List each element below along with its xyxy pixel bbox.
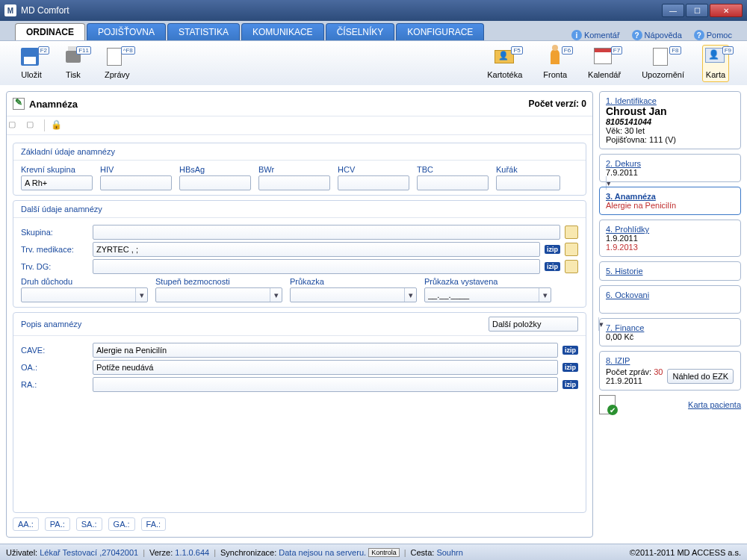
chevron-down-icon[interactable]: ▾ — [404, 288, 416, 302]
tab-ciselniky[interactable]: ČÍSELNÍKY — [326, 23, 395, 40]
cardfile-button[interactable]: F5Kartotéka — [484, 45, 525, 82]
tab-komunikace[interactable]: KOMUNIKACE — [241, 23, 324, 40]
desc-section-title: Popis anamnézy — [21, 320, 81, 329]
status-user[interactable]: Lékař Testovací ,27042001 — [40, 548, 138, 557]
maximize-button[interactable]: ☐ — [686, 4, 708, 17]
queue-button[interactable]: F6Fronta — [540, 45, 570, 82]
tab-pojistovna[interactable]: POJIŠŤOVNA — [87, 23, 166, 40]
chevron-down-icon[interactable]: ▾ — [270, 288, 282, 302]
titlebar: M MD Comfort — ☐ ✕ — [0, 0, 747, 21]
document-check-icon — [599, 395, 616, 414]
smoker-combo[interactable]: ▾ — [496, 175, 560, 190]
identification-link[interactable]: 1. Identifikace — [606, 96, 734, 105]
link-sa[interactable]: SA.: — [76, 517, 102, 531]
help-icon: ? — [632, 30, 642, 40]
edit-icon — [13, 98, 25, 110]
cardissued-combo[interactable]: ▾ — [424, 287, 551, 302]
vaccination-link[interactable]: 6. Ockovani — [606, 290, 734, 299]
patient-age: Věk: 30 let — [606, 126, 734, 135]
tbc-label: TBC — [417, 165, 489, 174]
alert-button[interactable]: F8Upozornění — [639, 45, 687, 82]
hcv-label: HCV — [338, 165, 409, 174]
calendar-icon — [594, 48, 612, 64]
mini-icon-2[interactable]: ▢ — [26, 119, 38, 131]
status-sync[interactable]: Data nejsou na serveru. — [279, 548, 366, 557]
close-button[interactable]: ✕ — [710, 4, 743, 17]
status-path[interactable]: Souhrn — [436, 548, 462, 557]
support-link[interactable]: ?Pomoc — [694, 30, 732, 40]
medication-input[interactable] — [93, 242, 540, 257]
tab-ordinace[interactable]: ORDINACE — [15, 23, 85, 40]
browse-button[interactable] — [565, 260, 578, 273]
browse-button[interactable] — [565, 243, 578, 256]
bottom-links: AA.: PA.: SA.: GA.: FA.: — [13, 517, 586, 531]
izip-msg-count: Počet zpráv: 30 — [606, 367, 663, 376]
status-version[interactable]: 1.1.0.644 — [175, 548, 209, 557]
finance-amount: 0,00 Kč — [606, 332, 734, 341]
browse-button[interactable] — [565, 225, 578, 239]
oa-input[interactable] — [93, 360, 558, 375]
ra-input[interactable] — [93, 377, 558, 392]
dekurs-date: 7.9.2011 — [606, 168, 734, 177]
history-link[interactable]: 5. Historie — [606, 267, 734, 276]
other-data-section: Další údaje anamnézy Skupina: Trv. medik… — [13, 200, 586, 308]
hcv-combo[interactable]: ▾ — [338, 175, 409, 190]
dekurs-panel: 2. Dekurs 7.9.2011 — [599, 154, 741, 182]
cardissued-label: Průkazka vystavena — [424, 277, 551, 286]
basic-data-section: Základní údaje anamnézy Krevní skupinaiz… — [13, 143, 586, 196]
bwr-label: BWr — [258, 165, 330, 174]
dekurs-link[interactable]: 2. Dekurs — [606, 159, 734, 168]
history-panel: 5. Historie — [599, 261, 741, 281]
ezk-preview-button[interactable]: Náhled do EZK — [667, 369, 734, 384]
dg-input[interactable] — [93, 259, 540, 274]
app-icon: M — [4, 4, 16, 16]
cave-input[interactable] — [93, 343, 558, 358]
anamneza-panel: Anamnéza Počet verzí: 0 ▢ ▢ 🔒 Základní ú… — [6, 91, 593, 538]
izip-date: 21.9.2011 — [606, 376, 663, 385]
pension-combo[interactable]: ▾ — [21, 287, 148, 302]
bwr-combo[interactable]: ▾ — [258, 175, 330, 190]
exams-link[interactable]: 4. Prohlídky — [606, 225, 734, 234]
minimize-button[interactable]: — — [662, 4, 684, 17]
calendar-button[interactable]: F7Kalendář — [585, 45, 624, 82]
hbsag-combo[interactable]: ▾ — [179, 175, 251, 190]
group-input[interactable] — [93, 225, 560, 240]
status-ver-label: Verze: — [149, 548, 173, 557]
chevron-down-icon[interactable]: ▾ — [539, 288, 551, 302]
disability-label: Stupeň bezmocnosti — [155, 277, 282, 286]
link-aa[interactable]: AA.: — [13, 517, 39, 531]
izip-badge: izip — [545, 262, 560, 271]
card-button[interactable]: F9Karta — [702, 45, 729, 82]
patient-card-link[interactable]: Karta pacienta — [688, 400, 741, 409]
hiv-combo[interactable]: ▾ — [100, 175, 172, 190]
link-pa[interactable]: PA.: — [45, 517, 70, 531]
patient-card-row: Karta pacienta — [599, 395, 741, 414]
patient-number: 8105141044 — [606, 117, 734, 126]
oa-label: OA.: — [21, 363, 88, 372]
tab-statistika[interactable]: STATISTIKA — [167, 23, 240, 40]
patient-insurance: Pojišťovna: 111 (V) — [606, 135, 734, 144]
comment-link[interactable]: iKomentář — [571, 30, 620, 40]
chevron-down-icon[interactable]: ▾ — [135, 288, 147, 302]
print-button[interactable]: F11Tisk — [60, 45, 87, 82]
identification-panel: 1. Identifikace Chroust Jan 8105141044 V… — [599, 91, 741, 149]
sync-check-button[interactable]: Kontrola — [368, 548, 400, 557]
hbsag-label: HBsAg — [179, 165, 251, 174]
finance-link[interactable]: 7. Finance — [606, 323, 734, 332]
link-fa[interactable]: FA.: — [141, 517, 167, 531]
mini-icon-1[interactable]: ▢ — [8, 119, 20, 131]
disability-combo[interactable]: ▾ — [155, 287, 282, 302]
bloodgroup-combo[interactable]: izip▾ — [21, 175, 93, 190]
version-count: Počet verzí: 0 — [529, 99, 586, 109]
help-link[interactable]: ?Nápověda — [632, 30, 682, 40]
more-items-combo[interactable]: ▾ — [489, 317, 578, 332]
izip-link[interactable]: 8. IZIP — [606, 356, 734, 365]
status-user-label: Uživatel: — [6, 548, 37, 557]
tbc-combo[interactable]: ▾ — [417, 175, 489, 190]
save-button[interactable]: F2Uložit — [18, 45, 45, 82]
link-ga[interactable]: GA.: — [108, 517, 135, 531]
anamneza-link[interactable]: 3. Anamnéza — [606, 192, 734, 201]
tab-konfigurace[interactable]: KONFIGURACE — [396, 23, 484, 40]
cardtype-combo[interactable]: ▾ — [290, 287, 417, 302]
reports-button[interactable]: ^F8Zprávy — [102, 45, 133, 82]
